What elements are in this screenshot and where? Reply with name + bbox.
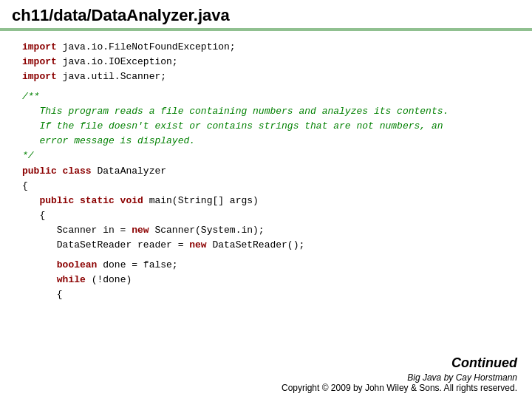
open-brace-2: { xyxy=(22,208,510,223)
method-decl: public static void main(String[] args) xyxy=(22,194,510,208)
green-divider xyxy=(0,30,532,31)
title-bar: ch11/data/DataAnalyzer.java xyxy=(0,0,532,30)
continued-label: Continued xyxy=(15,355,517,371)
open-brace-1: { xyxy=(22,179,510,194)
open-brace-3: { xyxy=(22,287,510,302)
page-title: ch11/data/DataAnalyzer.java xyxy=(12,6,230,24)
comment-line-1: This program reads a file containing num… xyxy=(22,104,510,119)
comment-line-3: error message is displayed. xyxy=(22,134,510,149)
import-line-2: import java.io.IOException; xyxy=(22,55,510,69)
scanner-line: Scanner in = new Scanner(System.in); xyxy=(22,223,510,238)
reader-line: DataSetReader reader = new DataSetReader… xyxy=(22,238,510,253)
big-java-line: Big Java by Cay Horstmann xyxy=(15,372,517,383)
comment-line-2: If the file doesn't exist or contains st… xyxy=(22,119,510,134)
code-area: import java.io.FileNotFoundException; im… xyxy=(0,33,532,351)
while-line: while (!done) xyxy=(22,273,510,287)
copyright-line: Copyright © 2009 by John Wiley & Sons. A… xyxy=(15,383,517,393)
import-line-1: import java.io.FileNotFoundException; xyxy=(22,40,510,55)
comment-close: */ xyxy=(22,149,510,163)
comment-open: /** xyxy=(22,89,510,104)
boolean-line: boolean done = false; xyxy=(22,258,510,273)
footer: Continued Big Java by Cay Horstmann Copy… xyxy=(0,351,532,399)
import-line-3: import java.util.Scanner; xyxy=(22,69,510,84)
big-java-text: Big Java by Cay Horstmann xyxy=(407,372,517,383)
page-container: ch11/data/DataAnalyzer.java import java.… xyxy=(0,0,532,399)
class-decl: public class DataAnalyzer xyxy=(22,164,510,179)
